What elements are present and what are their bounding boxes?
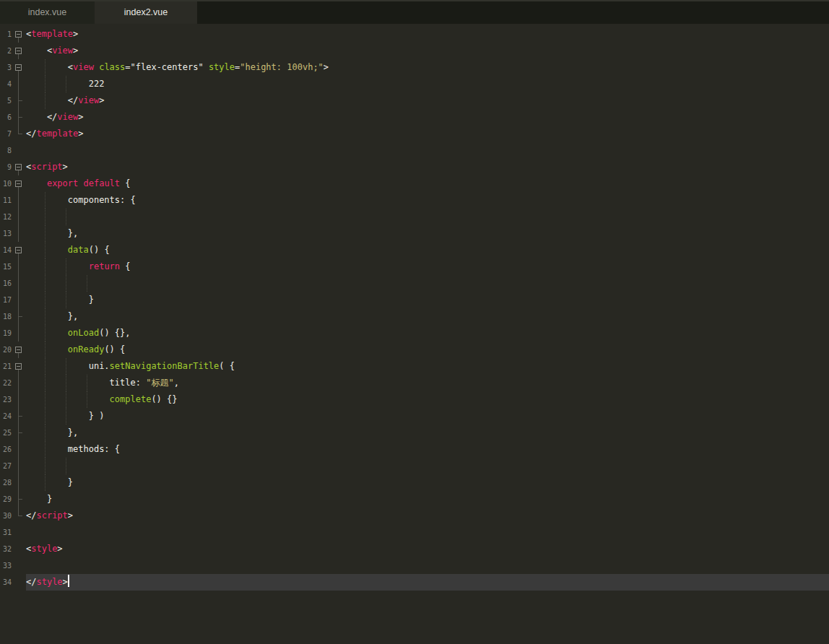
code-text[interactable]: return { bbox=[26, 258, 829, 275]
code-token: template bbox=[36, 129, 78, 139]
code-text[interactable]: }, bbox=[26, 308, 829, 325]
code-line[interactable]: 22 title: "标题", bbox=[0, 375, 829, 391]
code-text[interactable]: }, bbox=[26, 225, 829, 242]
code-line[interactable]: 16 bbox=[0, 275, 829, 292]
code-line[interactable]: 2 <view> bbox=[0, 43, 829, 59]
code-line[interactable]: 3 <view class="flex-centers" style="heig… bbox=[0, 59, 829, 76]
code-text[interactable]: </script> bbox=[26, 508, 829, 524]
code-text[interactable]: methods: { bbox=[26, 441, 829, 458]
fold-gutter[interactable] bbox=[12, 341, 26, 358]
code-line[interactable]: 20 onReady() { bbox=[0, 341, 829, 358]
line-number: 15 bbox=[0, 258, 12, 275]
code-text[interactable]: }, bbox=[26, 425, 829, 441]
code-text[interactable]: <view class="flex-centers" style="height… bbox=[26, 59, 829, 76]
code-text[interactable]: export default { bbox=[26, 175, 829, 192]
code-line[interactable]: 30</script> bbox=[0, 508, 829, 524]
fold-gutter bbox=[12, 109, 26, 126]
code-text[interactable] bbox=[26, 209, 829, 225]
fold-gutter bbox=[12, 557, 26, 574]
code-line[interactable]: 19 onLoad() {}, bbox=[0, 325, 829, 341]
code-text[interactable]: <template> bbox=[26, 26, 829, 43]
fold-gutter[interactable] bbox=[12, 358, 26, 375]
indent-guide bbox=[45, 275, 45, 292]
code-line[interactable]: 4 222 bbox=[0, 76, 829, 92]
code-line[interactable]: 31 bbox=[0, 524, 829, 541]
code-line[interactable]: 29 } bbox=[0, 491, 829, 508]
code-text[interactable]: } bbox=[26, 491, 829, 508]
code-text[interactable]: onReady() { bbox=[26, 341, 829, 358]
code-token bbox=[26, 245, 68, 255]
code-line[interactable]: 12 bbox=[0, 209, 829, 225]
fold-collapse-icon bbox=[15, 31, 22, 38]
code-line[interactable]: 8 bbox=[0, 142, 829, 159]
code-line[interactable]: 32<style> bbox=[0, 541, 829, 557]
code-text[interactable]: 222 bbox=[26, 76, 829, 92]
code-text[interactable] bbox=[26, 458, 829, 474]
code-editor[interactable]: 1<template>2 <view>3 <view class="flex-c… bbox=[0, 24, 829, 644]
code-line[interactable]: 25 }, bbox=[0, 425, 829, 441]
code-text[interactable] bbox=[26, 275, 829, 292]
code-line[interactable]: 21 uni.setNavigationBarTitle( { bbox=[0, 358, 829, 375]
code-text[interactable]: <script> bbox=[26, 159, 829, 175]
code-line[interactable]: 18 }, bbox=[0, 308, 829, 325]
code-line[interactable]: 7</template> bbox=[0, 126, 829, 142]
code-line[interactable]: 26 methods: { bbox=[0, 441, 829, 458]
fold-gutter[interactable] bbox=[12, 43, 26, 59]
code-line[interactable]: 6 </view> bbox=[0, 109, 829, 126]
code-line[interactable]: 27 bbox=[0, 458, 829, 474]
code-text[interactable]: </template> bbox=[26, 126, 829, 142]
code-token: </ bbox=[26, 95, 78, 105]
code-line[interactable]: 28 } bbox=[0, 474, 829, 491]
code-text[interactable]: onLoad() {}, bbox=[26, 325, 829, 341]
code-line[interactable]: 34</style> bbox=[0, 574, 829, 591]
fold-gutter[interactable] bbox=[12, 175, 26, 192]
code-text[interactable] bbox=[26, 557, 829, 574]
tab-index2-vue[interactable]: index2.vue bbox=[95, 1, 197, 24]
code-line[interactable]: 33 bbox=[0, 557, 829, 574]
code-text[interactable]: } bbox=[26, 474, 829, 491]
code-line[interactable]: 5 </view> bbox=[0, 92, 829, 109]
code-line[interactable]: 1<template> bbox=[0, 26, 829, 43]
code-text[interactable]: } bbox=[26, 292, 829, 308]
code-token: complete bbox=[110, 394, 152, 404]
code-token: }, bbox=[26, 311, 78, 321]
fold-gutter[interactable] bbox=[12, 242, 26, 258]
code-text[interactable] bbox=[26, 524, 829, 541]
code-line[interactable]: 10 export default { bbox=[0, 175, 829, 192]
code-text[interactable]: title: "标题", bbox=[26, 375, 829, 391]
code-text[interactable]: </style> bbox=[26, 574, 829, 591]
code-line[interactable]: 9<script> bbox=[0, 159, 829, 175]
code-text[interactable]: <view> bbox=[26, 43, 829, 59]
code-token: > bbox=[68, 510, 73, 521]
code-line[interactable]: 23 complete() {} bbox=[0, 391, 829, 408]
indent-guide bbox=[66, 292, 66, 308]
code-text[interactable] bbox=[26, 142, 829, 159]
fold-gutter bbox=[12, 192, 26, 209]
line-number: 4 bbox=[0, 76, 12, 92]
code-line[interactable]: 13 }, bbox=[0, 225, 829, 242]
code-token: </ bbox=[26, 112, 57, 122]
fold-gutter[interactable] bbox=[12, 159, 26, 175]
code-text[interactable]: <style> bbox=[26, 541, 829, 557]
code-line[interactable]: 14 data() { bbox=[0, 242, 829, 258]
code-text[interactable]: components: { bbox=[26, 192, 829, 209]
code-text[interactable]: complete() {} bbox=[26, 391, 829, 408]
fold-gutter[interactable] bbox=[12, 26, 26, 43]
code-line[interactable]: 24 } ) bbox=[0, 408, 829, 425]
fold-gutter bbox=[12, 524, 26, 541]
code-line[interactable]: 17 } bbox=[0, 292, 829, 308]
line-number: 6 bbox=[0, 109, 12, 126]
code-text[interactable]: data() { bbox=[26, 242, 829, 258]
code-token: > bbox=[73, 45, 78, 56]
code-text[interactable]: } ) bbox=[26, 408, 829, 425]
code-line[interactable]: 15 return { bbox=[0, 258, 829, 275]
code-text[interactable]: uni.setNavigationBarTitle( { bbox=[26, 358, 829, 375]
fold-gutter bbox=[12, 474, 26, 491]
fold-gutter bbox=[12, 574, 26, 591]
tab-index-vue[interactable]: index.vue bbox=[0, 1, 95, 24]
code-text[interactable]: </view> bbox=[26, 109, 829, 126]
fold-gutter[interactable] bbox=[12, 59, 26, 76]
code-text[interactable]: </view> bbox=[26, 92, 829, 109]
code-line[interactable]: 11 components: { bbox=[0, 192, 829, 209]
indent-guide bbox=[45, 292, 45, 308]
